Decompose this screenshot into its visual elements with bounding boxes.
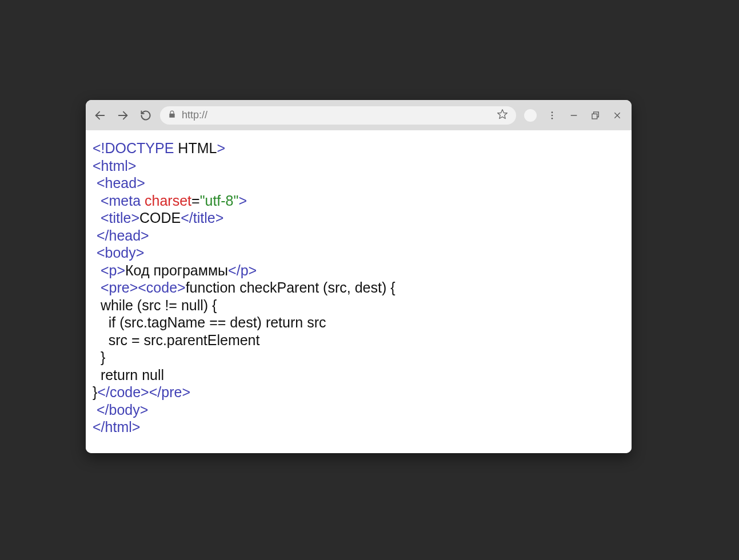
token: if (src.tagName == dest) return src xyxy=(93,314,326,330)
code-line-16: </body> xyxy=(93,401,625,419)
token xyxy=(93,227,97,243)
token xyxy=(93,279,101,295)
code-line-5: <title>CODE</title> xyxy=(93,209,625,227)
token: > xyxy=(217,140,225,156)
profile-avatar[interactable] xyxy=(524,109,537,122)
token: <head> xyxy=(97,175,145,191)
code-line-15: }</code></pre> xyxy=(93,383,625,401)
token: </body> xyxy=(97,402,148,418)
token: return null xyxy=(93,367,164,383)
token: <!DOCTYPE xyxy=(93,140,174,156)
token: src = src.parentElement xyxy=(93,332,259,348)
token: <body> xyxy=(97,245,144,261)
token xyxy=(93,245,97,261)
code-line-3: <head> xyxy=(93,174,625,192)
token: Код программы xyxy=(125,262,228,278)
token: </p> xyxy=(228,262,257,278)
token xyxy=(93,175,97,191)
token: </code> xyxy=(97,384,149,400)
token xyxy=(93,402,97,418)
back-button[interactable] xyxy=(94,109,106,122)
token: while (src != null) { xyxy=(93,297,217,313)
token: } xyxy=(93,349,105,365)
token: </head> xyxy=(97,227,149,243)
code-line-14: return null xyxy=(93,366,625,384)
token: CODE xyxy=(139,210,181,226)
url-input[interactable] xyxy=(182,109,491,121)
code-line-7: <body> xyxy=(93,244,625,262)
svg-point-3 xyxy=(552,111,553,113)
token xyxy=(93,210,101,226)
forward-button[interactable] xyxy=(117,109,129,122)
code-line-8: <p>Код программы</p> xyxy=(93,262,625,279)
token: </pre> xyxy=(149,384,190,400)
window-controls xyxy=(524,109,624,122)
maximize-button[interactable] xyxy=(589,109,602,122)
code-line-12: src = src.parentElement xyxy=(93,331,625,349)
token: > xyxy=(238,193,247,209)
bookmark-star-icon[interactable] xyxy=(497,109,508,122)
token: = xyxy=(191,193,200,209)
reload-button[interactable] xyxy=(139,109,152,122)
address-bar[interactable] xyxy=(160,106,516,125)
svg-rect-8 xyxy=(592,114,597,119)
token: "utf-8" xyxy=(200,193,239,209)
browser-window: <!DOCTYPE HTML> <html> <head> <meta char… xyxy=(86,100,632,453)
svg-point-5 xyxy=(552,118,553,119)
token: </html> xyxy=(93,419,140,435)
token xyxy=(93,193,101,209)
page-content: <!DOCTYPE HTML> <html> <head> <meta char… xyxy=(86,130,632,453)
code-line-4: <meta charset="utf-8"> xyxy=(93,192,625,210)
minimize-button[interactable] xyxy=(568,109,580,122)
svg-marker-2 xyxy=(498,109,508,118)
token: <code> xyxy=(138,279,185,295)
code-line-2: <html> xyxy=(93,157,625,175)
nav-buttons xyxy=(94,109,152,122)
token: <html> xyxy=(93,158,136,174)
token: <meta xyxy=(101,193,145,209)
code-line-11: if (src.tagName == dest) return src xyxy=(93,314,625,331)
token: HTML xyxy=(178,140,217,156)
close-button[interactable] xyxy=(611,109,624,122)
token: charset xyxy=(145,193,191,209)
code-line-9: <pre><code>function checkParent (src, de… xyxy=(93,279,625,297)
token: <pre> xyxy=(101,279,138,295)
token: function checkParent (src, dest) { xyxy=(186,279,396,295)
lock-icon xyxy=(168,110,176,121)
code-line-10: while (src != null) { xyxy=(93,297,625,314)
token xyxy=(93,262,101,278)
code-line-17: </html> xyxy=(93,418,625,436)
token: <title> xyxy=(101,210,139,226)
token: </title> xyxy=(181,210,223,226)
code-line-13: } xyxy=(93,349,625,366)
svg-point-4 xyxy=(552,114,553,116)
code-line-1: <!DOCTYPE HTML> xyxy=(93,139,625,157)
browser-toolbar xyxy=(86,100,632,130)
token: <p> xyxy=(101,262,125,278)
menu-button[interactable] xyxy=(546,109,558,122)
code-line-6: </head> xyxy=(93,227,625,245)
